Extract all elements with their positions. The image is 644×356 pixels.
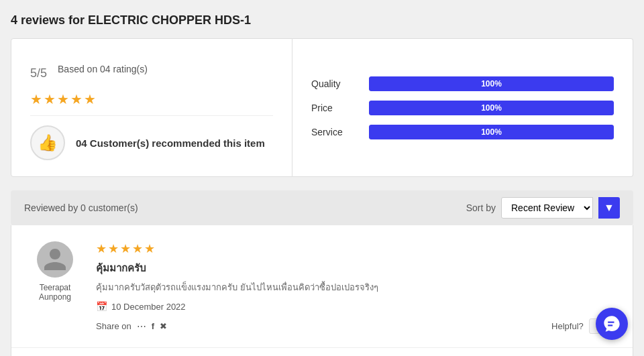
share-row-0: Share on ⋯ f ✖ (96, 321, 167, 332)
bar-track-2: 100% (369, 125, 614, 139)
bar-row-service: Service 100% (311, 125, 614, 139)
bar-label-1: Price (311, 103, 358, 113)
twitter-icon-0[interactable]: ✖ (160, 321, 167, 331)
reviews-list: TeerapatAunpong ★★★★★ คุ้มมากครับ คุ้มมา… (11, 225, 633, 356)
top-section: 5/5 Based on 04 rating(s) ★ ★ ★ ★ ★ 👍 04… (11, 38, 633, 177)
rating-score: 5/5 (30, 55, 47, 83)
bar-label-2: Service (311, 127, 358, 137)
review-date-row-0: 📅 10 December 2022 (96, 301, 619, 312)
page-title: 4 reviews for ELECTRIC CHOPPER HDS-1 (11, 13, 633, 27)
bar-track-1: 100% (369, 101, 614, 115)
review-title-0: คุ้มมากครับ (96, 260, 619, 276)
star-1: ★ (30, 91, 42, 107)
bar-fill-0: 100% (369, 76, 614, 91)
review-star-0-3: ★ (132, 241, 143, 256)
recommended-text: 04 Customer(s) recommended this item (76, 137, 265, 149)
bar-fill-1: 100% (369, 101, 614, 115)
overall-stars: ★ ★ ★ ★ ★ (30, 91, 273, 107)
bar-row-quality: Quality 100% (311, 76, 614, 91)
bar-pct-1: 100% (481, 103, 502, 113)
avatar-0 (37, 241, 73, 278)
rating-summary: 5/5 Based on 04 rating(s) ★ ★ ★ ★ ★ 👍 04… (11, 38, 292, 177)
review-star-0-1: ★ (108, 241, 119, 256)
sort-select[interactable]: Recent ReviewOldest ReviewHighest Rating… (501, 197, 593, 219)
review-body-0: คุ้มมากครับวัสดุตัวรถแข็งแรงมากครับ ยันไ… (96, 280, 619, 294)
review-item-1: MoSupissara ★★★★★ ชอบมากค้า ชอบมากค้า แฟ… (11, 348, 633, 356)
star-5: ★ (84, 91, 96, 107)
review-stars-0: ★★★★★ (96, 241, 619, 256)
bar-track-0: 100% (369, 76, 614, 91)
share-helpful-row-0: Share on ⋯ f ✖ Helpful? 👍 0 (96, 318, 619, 334)
review-date-0: 10 December 2022 (111, 302, 186, 312)
thumb-icon: 👍 (30, 125, 65, 160)
bar-pct-0: 100% (481, 79, 502, 88)
divider (30, 115, 273, 116)
review-star-0-2: ★ (120, 241, 131, 256)
review-item-0: TeerapatAunpong ★★★★★ คุ้มมากครับ คุ้มมา… (11, 225, 633, 348)
star-4: ★ (70, 91, 83, 107)
reviewer-name-0: TeerapatAunpong (39, 283, 71, 302)
reviewer-col-0: TeerapatAunpong (25, 241, 85, 334)
review-star-0-0: ★ (96, 241, 107, 256)
sort-row: Sort by Recent ReviewOldest ReviewHighes… (466, 197, 620, 219)
star-2: ★ (44, 91, 56, 107)
bar-label-0: Quality (311, 78, 358, 89)
calendar-icon-0: 📅 (96, 301, 107, 312)
based-on-text: Based on 04 rating(s) (58, 64, 148, 74)
recommended-row: 👍 04 Customer(s) recommended this item (30, 125, 273, 160)
bar-row-price: Price 100% (311, 101, 614, 115)
reviewed-by-text: Reviewed by 0 customer(s) (24, 202, 138, 213)
sort-label: Sort by (466, 202, 496, 213)
review-content-0: ★★★★★ คุ้มมากครับ คุ้มมากครับวัสดุตัวรถแ… (96, 241, 619, 334)
star-3: ★ (57, 91, 69, 107)
bar-fill-2: 100% (369, 125, 614, 139)
chatbot-button[interactable] (596, 308, 628, 340)
share-label-0: Share on (96, 321, 131, 331)
sort-dropdown-button[interactable]: ▼ (598, 197, 620, 219)
filter-bar: Reviewed by 0 customer(s) Sort by Recent… (11, 190, 633, 225)
helpful-label-0: Helpful? (551, 321, 584, 331)
rating-score-row: 5/5 Based on 04 rating(s) (30, 55, 273, 83)
share-icon-0[interactable]: ⋯ (137, 321, 146, 332)
review-star-0-4: ★ (144, 241, 155, 256)
facebook-icon-0[interactable]: f (152, 321, 154, 331)
bar-pct-2: 100% (481, 127, 502, 137)
bar-section: Quality 100% Price 100% Service 100% (292, 38, 633, 177)
